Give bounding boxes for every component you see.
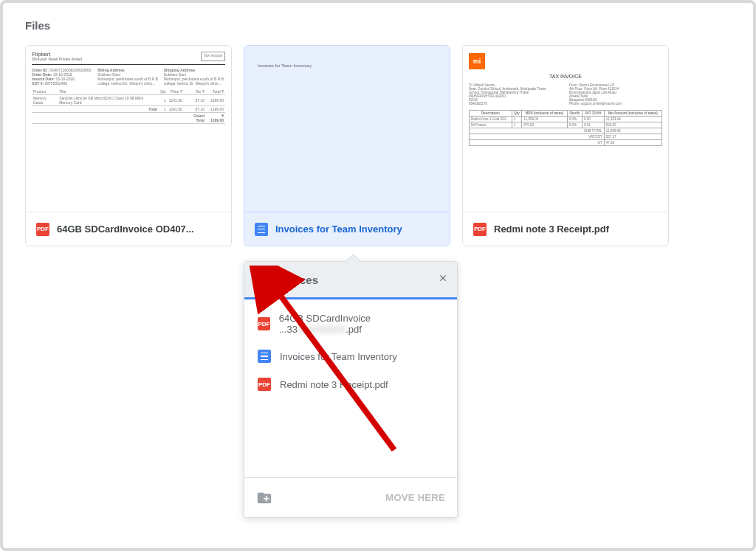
- move-popover: Invoices PDF 64GB SDCardInvoice ...33000…: [244, 261, 458, 518]
- doc-icon: [258, 350, 271, 363]
- section-title: Files: [25, 19, 731, 32]
- popover-header: Invoices: [244, 262, 457, 297]
- file-card[interactable]: Flipkart Shreyash Retail Private limited…: [25, 45, 232, 246]
- list-item[interactable]: Invoices for Team Inventory: [244, 342, 457, 370]
- move-here-button[interactable]: MOVE HERE: [385, 492, 445, 503]
- pdf-icon: PDF: [258, 317, 270, 330]
- popover-title: Invoices: [274, 274, 318, 286]
- file-grid: Flipkart Shreyash Retail Private limited…: [25, 45, 731, 246]
- doc-icon: [255, 223, 268, 236]
- list-item-label: 64GB SDCardInvoice ...33000000000.pdf: [279, 313, 444, 335]
- drive-files-view: Files Flipkart Shreyash Retail Private l…: [0, 0, 756, 551]
- close-icon: [438, 273, 448, 283]
- list-item[interactable]: PDF 64GB SDCardInvoice ...33000000000.pd…: [244, 305, 457, 342]
- file-card-footer: Invoices for Team Inventory: [244, 212, 450, 246]
- popover-footer: MOVE HERE: [244, 477, 457, 517]
- new-folder-icon: [256, 490, 272, 506]
- file-thumbnail: Flipkart Shreyash Retail Private limited…: [26, 46, 231, 212]
- popover-list: PDF 64GB SDCardInvoice ...33000000000.pd…: [244, 299, 457, 477]
- file-name: 64GB SDCardInvoice OD407...: [57, 223, 194, 235]
- new-folder-button[interactable]: [256, 490, 272, 506]
- back-button[interactable]: [253, 273, 267, 286]
- arrow-left-icon: [253, 273, 267, 286]
- pdf-icon: PDF: [258, 378, 271, 391]
- list-item-label: Redmi note 3 Receipt.pdf: [280, 379, 388, 390]
- file-card-footer: PDF Redmi note 3 Receipt.pdf: [463, 212, 668, 246]
- file-thumbnail: mi TAX INVOICE To: Mitesh VermaNear: Gur…: [463, 46, 668, 212]
- file-card[interactable]: Invoices for Team Inventory Invoices for…: [244, 45, 450, 246]
- pdf-icon: PDF: [473, 223, 487, 236]
- file-card-footer: PDF 64GB SDCardInvoice OD407...: [26, 212, 231, 246]
- close-button[interactable]: [438, 273, 448, 286]
- list-item[interactable]: PDF Redmi note 3 Receipt.pdf: [244, 370, 457, 398]
- file-card[interactable]: mi TAX INVOICE To: Mitesh VermaNear: Gur…: [462, 45, 669, 246]
- pdf-icon: PDF: [36, 223, 49, 236]
- file-thumbnail: Invoices for Team Inventory: [244, 46, 450, 212]
- list-item-label: Invoices for Team Inventory: [280, 351, 397, 362]
- file-name: Redmi note 3 Receipt.pdf: [494, 223, 609, 235]
- file-name: Invoices for Team Inventory: [275, 223, 402, 235]
